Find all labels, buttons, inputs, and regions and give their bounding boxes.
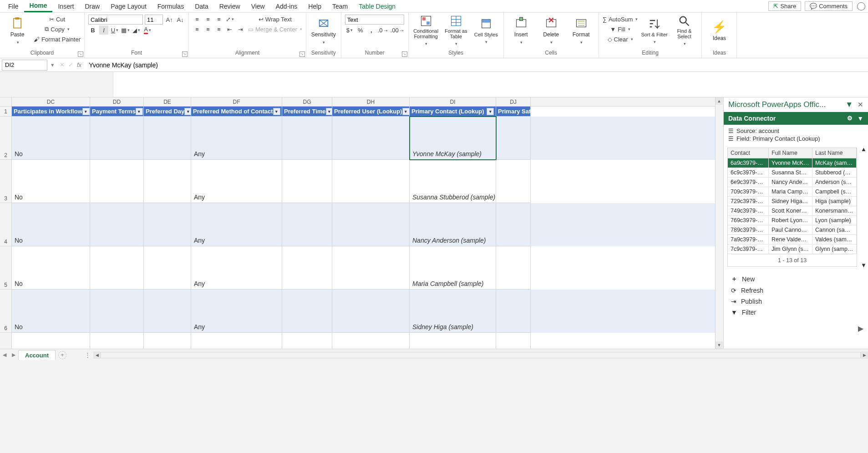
formula-input[interactable] — [85, 60, 868, 71]
conditional-formatting-button[interactable]: Conditional Formatting — [412, 15, 440, 46]
menu-formulas[interactable]: Formulas — [152, 1, 189, 12]
action-publish[interactable]: ⇥Publish — [731, 296, 861, 307]
lookup-row[interactable]: 729c3979-02a...Sidney Higa (s...Higa (sa… — [728, 197, 857, 206]
clear-button[interactable]: ◇Clear — [603, 35, 638, 44]
table-header[interactable]: Payment Terms▾ — [90, 107, 144, 117]
lookup-scroll-up[interactable]: ▲ — [861, 146, 868, 153]
underline-button[interactable]: U — [110, 25, 119, 35]
menu-team[interactable]: Team — [327, 1, 353, 12]
align-top-button[interactable]: ≡ — [193, 15, 202, 24]
cell[interactable] — [282, 117, 332, 160]
cut-button[interactable]: ✂Cut — [34, 15, 81, 24]
fill-button[interactable]: ▼Fill — [603, 25, 638, 34]
borders-button[interactable]: ▦ — [121, 25, 130, 35]
namebox-dropdown[interactable]: ▾ — [49, 61, 56, 68]
filter-dropdown-icon[interactable]: ▾ — [82, 108, 90, 115]
autosum-button[interactable]: ∑AutoSum — [603, 15, 638, 24]
cell[interactable] — [282, 290, 332, 333]
bold-button[interactable]: B — [88, 25, 97, 35]
table-row[interactable]: 2NoAnyYvonne McKay (sample) — [0, 117, 715, 160]
cell[interactable] — [282, 160, 332, 203]
action-new[interactable]: ＋New — [731, 273, 861, 285]
sensitivity-button[interactable]: Sensitivity — [310, 15, 337, 46]
cell[interactable] — [496, 160, 531, 203]
table-header[interactable]: Preferred Day▾ — [144, 107, 191, 117]
table-header[interactable]: Primary Sat — [496, 107, 531, 117]
number-format-select[interactable] — [345, 15, 404, 25]
cell[interactable]: No — [12, 290, 90, 333]
menu-home[interactable]: Home — [24, 0, 53, 12]
sheet-tab-account[interactable]: Account — [18, 350, 56, 360]
cell[interactable]: Any — [191, 203, 282, 246]
cell[interactable] — [144, 246, 191, 290]
font-size-input[interactable] — [145, 15, 163, 25]
menu-table-design[interactable]: Table Design — [353, 1, 401, 12]
cell[interactable]: Any — [191, 246, 282, 290]
pane-menu-chevron-icon[interactable]: ▼ — [845, 100, 853, 109]
font-dialog-launcher[interactable]: ↘ — [182, 51, 188, 57]
decrease-indent-button[interactable]: ⇤ — [225, 25, 234, 34]
select-all-triangle[interactable] — [0, 97, 12, 106]
lookup-row[interactable]: 6c9c3979-02a...Susanna Stub...Stubberod … — [728, 168, 857, 178]
format-cells-button[interactable]: Format — [568, 15, 595, 46]
lookup-row[interactable]: 6a9c3979-02a...Yvonne McKay...McKay (sam… — [728, 158, 857, 168]
filter-dropdown-icon[interactable]: ▾ — [184, 108, 191, 115]
table-row[interactable]: 4NoAnyNancy Anderson (sample) — [0, 203, 715, 246]
feedback-smile-icon[interactable] — [857, 2, 865, 10]
cell-primary-contact[interactable]: Nancy Anderson (sample) — [410, 203, 496, 246]
lookup-col-lastname[interactable]: Last Name — [812, 148, 857, 158]
cell[interactable]: No — [12, 246, 90, 290]
row-header[interactable]: 2 — [0, 117, 12, 160]
cell[interactable] — [332, 160, 410, 203]
sort-filter-button[interactable]: Sort & Filter — [640, 15, 668, 46]
cell-primary-contact[interactable]: Sidney Higa (sample) — [410, 290, 496, 333]
table-header[interactable]: Participates in Workflow▾ — [12, 107, 90, 117]
table-header[interactable]: Preferred Method of Contact▾ — [191, 107, 282, 117]
table-header[interactable]: Primary Contact (Lookup)▾ — [410, 107, 496, 117]
cell[interactable] — [144, 290, 191, 333]
comma-format-button[interactable]: , — [367, 25, 376, 35]
scroll-up-arrow[interactable]: ▲ — [716, 97, 723, 105]
cell[interactable] — [282, 246, 332, 290]
cell-primary-contact[interactable]: Susanna Stubberod (sample) — [410, 160, 496, 203]
cell[interactable] — [332, 246, 410, 290]
scroll-right-arrow[interactable]: ▶ — [861, 351, 868, 359]
merge-center-button[interactable]: ▭Merge & Center — [248, 25, 302, 34]
filter-dropdown-icon[interactable]: ▾ — [136, 108, 143, 115]
accounting-format-button[interactable]: $ — [345, 25, 354, 35]
cell-primary-contact[interactable]: Yvonne McKay (sample) — [410, 117, 496, 160]
table-header[interactable]: Preferred Time▾ — [282, 107, 332, 117]
menu-data[interactable]: Data — [189, 1, 214, 12]
cell[interactable] — [282, 203, 332, 246]
cell-styles-button[interactable]: Cell Styles — [472, 15, 500, 46]
delete-cells-button[interactable]: Delete — [538, 15, 565, 46]
italic-button[interactable]: I — [99, 25, 108, 35]
col-header[interactable]: DG — [282, 97, 332, 106]
increase-font-button[interactable]: A↑ — [165, 15, 174, 24]
action-refresh[interactable]: ⟳Refresh — [731, 285, 861, 296]
cell[interactable] — [90, 117, 144, 160]
filter-dropdown-icon[interactable]: ▾ — [402, 108, 410, 115]
format-painter-button[interactable]: 🖌Format Painter — [34, 35, 81, 44]
lookup-row[interactable]: 7c9c3979-02a...Jim Glynn (sa...Glynn (sa… — [728, 244, 857, 254]
lookup-row[interactable]: 749c3979-02a...Scott Konersm...Konersman… — [728, 206, 857, 216]
col-header[interactable]: DI — [410, 97, 496, 106]
font-color-button[interactable]: A — [143, 25, 152, 35]
increase-indent-button[interactable]: ⇥ — [236, 25, 245, 34]
row-header[interactable]: 3 — [0, 160, 12, 203]
increase-decimal-button[interactable]: .0→ — [378, 25, 389, 35]
gear-icon[interactable]: ⚙ — [847, 115, 853, 122]
name-box[interactable] — [2, 60, 47, 71]
table-row[interactable]: 5NoAnyMaria Campbell (sample) — [0, 246, 715, 290]
cell[interactable] — [332, 290, 410, 333]
worksheet-grid[interactable]: DC DD DE DF DG DH DI DJ 1 Participates i… — [0, 97, 715, 349]
lookup-row[interactable]: 789c3979-02a...Paul Cannon (...Cannon (s… — [728, 225, 857, 235]
scroll-down-arrow[interactable]: ▼ — [716, 341, 723, 349]
lookup-scroll-down[interactable]: ▼ — [861, 262, 868, 269]
col-header[interactable]: DF — [191, 97, 282, 106]
enter-formula-icon[interactable]: ✓ — [68, 61, 73, 68]
lookup-row[interactable]: 6e9c3979-02a...Nancy Anders...Anderson (… — [728, 178, 857, 187]
align-left-button[interactable]: ≡ — [193, 25, 202, 34]
cell[interactable]: No — [12, 160, 90, 203]
menu-review[interactable]: Review — [214, 1, 246, 12]
